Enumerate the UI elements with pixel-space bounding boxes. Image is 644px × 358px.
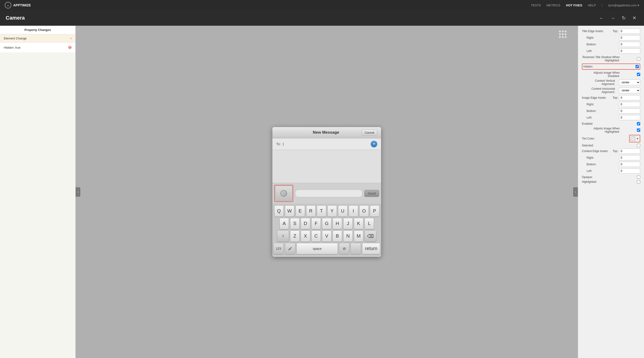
modal-title: Camera [6, 15, 597, 21]
key-o[interactable]: O [359, 205, 369, 217]
key-a[interactable]: A [280, 218, 289, 229]
nav-user[interactable]: lynn@apptimize.com ▾ [608, 3, 639, 7]
dot-2 [562, 30, 564, 32]
image-bottom-label: Bottom: [586, 109, 596, 113]
message-text-input[interactable] [295, 190, 362, 197]
refresh-button[interactable]: ↻ [620, 14, 628, 22]
to-input[interactable] [283, 142, 371, 146]
key-x[interactable]: X [301, 231, 310, 242]
title-left-input[interactable] [619, 48, 640, 54]
key-t[interactable]: T [317, 205, 326, 217]
content-vertical-select[interactable]: center top bottom [619, 80, 640, 85]
key-c[interactable]: C [311, 231, 321, 242]
image-top-input[interactable] [619, 95, 640, 100]
title-bottom-label: Bottom: [586, 43, 596, 46]
title-edge-insets-group: Title Edge Insets: Top: Right: Bottom: [582, 28, 640, 54]
key-n[interactable]: N [343, 231, 353, 242]
content-horizontal-select[interactable]: center left right [619, 88, 640, 93]
key-j[interactable]: J [343, 218, 353, 229]
collapse-icon[interactable]: ‹ [70, 36, 72, 40]
reverses-title-checkbox[interactable] [637, 57, 640, 60]
nav-tests[interactable]: TESTS [531, 3, 541, 7]
dot-5 [562, 33, 564, 35]
title-bottom-input[interactable] [619, 42, 640, 47]
tint-color-control[interactable]: ▼ [629, 135, 640, 142]
key-v[interactable]: V [322, 231, 332, 242]
forward-button[interactable]: → [608, 14, 617, 22]
key-h[interactable]: H [333, 218, 342, 229]
key-q[interactable]: Q [274, 205, 284, 217]
camera-lens-icon [280, 190, 287, 197]
image-right-input[interactable] [619, 102, 640, 107]
key-y[interactable]: Y [328, 205, 337, 217]
key-b[interactable]: B [333, 231, 342, 242]
back-button[interactable]: ← [597, 14, 606, 22]
key-f[interactable]: F [311, 218, 321, 229]
collapse-left-button[interactable]: ‹ [76, 187, 80, 197]
image-edge-insets-header-row: Image Edge Insets: Top: [582, 95, 640, 100]
key-g[interactable]: G [322, 218, 332, 229]
opaque-label: Opaque: [582, 175, 593, 179]
key-s[interactable]: S [290, 218, 300, 229]
title-right-input[interactable] [619, 35, 640, 40]
key-123[interactable]: 123 [273, 243, 284, 254]
image-bottom-input[interactable] [619, 108, 640, 114]
image-bottom-row: Bottom: [582, 108, 640, 114]
content-edge-bottom-input[interactable] [619, 162, 640, 167]
adjusts-image-disabled-checkbox[interactable] [637, 73, 640, 76]
key-space[interactable]: space [296, 243, 338, 254]
nav-divider: | [602, 3, 602, 7]
to-label: To: [276, 142, 281, 146]
send-button[interactable]: Send [364, 190, 379, 197]
collapse-right-button[interactable]: › [573, 187, 578, 197]
nav-help[interactable]: HELP [588, 3, 596, 7]
key-shift[interactable]: ⇧ [277, 231, 289, 242]
logo-icon: ▲ [5, 2, 11, 8]
cancel-button[interactable]: Cancel [362, 129, 377, 136]
key-delete[interactable]: ⌫ [364, 231, 376, 242]
key-mic[interactable]: 🎤 [285, 243, 295, 254]
nav-hotfixes[interactable]: HOT FIXES [566, 3, 582, 7]
key-m[interactable]: M [354, 231, 363, 242]
hidden-checkbox[interactable] [636, 65, 639, 68]
image-left-input[interactable] [619, 115, 640, 120]
adjusts-image-highlighted-checkbox[interactable] [637, 128, 640, 132]
close-button[interactable]: ✕ [630, 14, 638, 22]
key-return[interactable]: return [362, 243, 380, 254]
content-edge-right-input[interactable] [619, 155, 640, 160]
enabled-checkbox[interactable] [637, 122, 640, 125]
color-dropdown-icon[interactable]: ▼ [636, 137, 639, 140]
image-edge-insets-label: Image Edge Insets: [582, 96, 606, 99]
opaque-checkbox[interactable] [637, 175, 640, 179]
highlighted-row: Highlighted: [582, 180, 640, 183]
key-at[interactable]: @ [339, 243, 350, 254]
content-edge-top-input[interactable] [619, 149, 640, 154]
key-i[interactable]: I [349, 205, 358, 217]
key-e[interactable]: E [296, 205, 305, 217]
key-l[interactable]: L [364, 218, 374, 229]
key-w[interactable]: W [285, 205, 294, 217]
key-k[interactable]: K [354, 218, 363, 229]
camera-button[interactable] [275, 186, 292, 201]
camera-button-container [274, 185, 293, 202]
add-recipient-button[interactable]: + [371, 141, 377, 147]
key-z[interactable]: Z [290, 231, 300, 242]
title-left-row: Left: [582, 48, 640, 54]
content-edge-top-row: Top: [612, 149, 640, 154]
nav-metrics[interactable]: METRICS [546, 3, 560, 7]
message-body[interactable] [272, 150, 381, 183]
content-horizontal-label: Content Horizontal Alignment: [582, 87, 615, 94]
highlighted-checkbox[interactable] [637, 180, 640, 183]
dot-3 [564, 30, 566, 32]
key-d[interactable]: D [301, 218, 310, 229]
selected-checkbox[interactable] [637, 144, 640, 147]
key-r[interactable]: R [306, 205, 316, 217]
title-top-input[interactable] [619, 28, 640, 34]
key-p[interactable]: P [370, 205, 380, 217]
title-top-row: Top: [612, 28, 640, 34]
remove-item-button[interactable]: ⊖ [68, 45, 72, 50]
key-u[interactable]: U [338, 205, 348, 217]
content-edge-left-input[interactable] [619, 168, 640, 174]
opaque-row: Opaque: [582, 175, 640, 179]
key-dot[interactable]: . [350, 243, 361, 254]
